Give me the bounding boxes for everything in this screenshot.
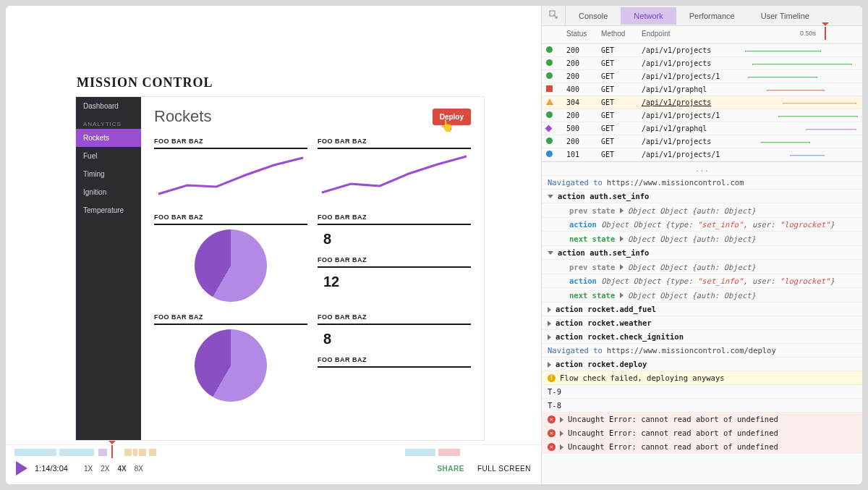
speed-1x[interactable]: 1X (84, 465, 93, 473)
endpoint: /api/v1/projects/1 (637, 149, 739, 160)
log-navigation: Navigated to https://www.missioncontrol.… (542, 176, 862, 190)
endpoint: /api/v1/graphql (637, 123, 739, 134)
play-button[interactable] (16, 461, 27, 476)
log-action[interactable]: action rocket.check_ignition (542, 330, 862, 344)
log-line: T-9 (542, 385, 862, 399)
network-row[interactable]: 400GET/api/v1/graphql (542, 83, 862, 96)
status-shape-icon (546, 151, 553, 157)
card-header: FOO BAR BAZ (154, 135, 307, 149)
sidebar-item-fuel[interactable]: Fuel (76, 147, 141, 165)
status-code: 200 (562, 136, 597, 147)
speed-2x[interactable]: 2X (101, 465, 109, 473)
tab-user-timeline[interactable]: User Timeline (748, 7, 822, 25)
card-header: FOO BAR BAZ (154, 311, 307, 325)
sidebar-item-rockets[interactable]: Rockets (76, 129, 141, 147)
pie-chart (195, 329, 267, 402)
log-error[interactable]: ✕Uncaught Error: cannot read abort of un… (542, 440, 862, 454)
card-header: FOO BAR BAZ (318, 311, 471, 325)
caret-right-icon[interactable] (548, 362, 551, 368)
network-rows: 200GET/api/v1/projects200GET/api/v1/proj… (542, 44, 862, 161)
caret-down-icon[interactable] (548, 195, 553, 198)
log-prev-state[interactable]: prev state Object Object {auth: Object} (542, 260, 862, 274)
network-row[interactable]: 200GET/api/v1/projects (542, 44, 862, 57)
caret-right-icon[interactable] (560, 431, 563, 436)
playback-time: 1:14/3:04 (35, 464, 68, 473)
timeline-marker-icon[interactable] (825, 27, 826, 40)
caret-right-icon[interactable] (560, 444, 563, 450)
sidebar-section-label: ANALYTICS (76, 115, 141, 129)
http-method: GET (597, 45, 637, 56)
log-line: T-8 (542, 399, 862, 413)
network-row[interactable]: 500GET/api/v1/graphql (542, 122, 862, 135)
sidebar-item-dashboard[interactable]: Dashboard (76, 97, 141, 115)
console-log: ... Navigated to https://www.missioncont… (542, 161, 862, 484)
timing-cell (739, 88, 862, 91)
http-method: GET (597, 58, 637, 69)
card-header: FOO BAR BAZ (318, 211, 471, 225)
status-code: 500 (562, 123, 597, 134)
tab-console[interactable]: Console (566, 7, 621, 25)
network-row[interactable]: 200GET/api/v1/projects/1 (542, 109, 862, 122)
network-row[interactable]: 200GET/api/v1/projects (542, 57, 862, 70)
network-row[interactable]: 200GET/api/v1/projects/1 (542, 70, 862, 83)
status-shape-icon (546, 59, 553, 66)
sidebar-item-timing[interactable]: Timing (76, 165, 141, 183)
caret-right-icon[interactable] (548, 334, 551, 340)
log-action[interactable]: action rocket.add_fuel (542, 303, 862, 316)
sidebar-item-ignition[interactable]: Ignition (76, 183, 141, 201)
sidebar-item-temperature[interactable]: Temperature (76, 201, 141, 219)
speed-8x[interactable]: 8X (135, 465, 143, 473)
log-action[interactable]: action rocket.deploy (542, 358, 862, 371)
caret-right-icon[interactable] (620, 264, 624, 270)
network-row[interactable]: 101GET/api/v1/projects/1 (542, 148, 862, 161)
log-error[interactable]: ✕Uncaught Error: cannot read abort of un… (542, 413, 862, 426)
log-ellipsis: ... (542, 162, 862, 176)
log-next-state[interactable]: next state Object Object {auth: Object} (542, 232, 862, 246)
log-next-state[interactable]: next state Object Object {auth: Object} (542, 288, 862, 303)
status-shape-icon (546, 111, 553, 118)
fullscreen-button[interactable]: FULL SCREEN (477, 465, 531, 473)
log-action[interactable]: action rocket.weather (542, 316, 862, 330)
playback-timeline[interactable] (14, 448, 532, 457)
cursor-icon: 👆 (440, 119, 454, 132)
deploy-button[interactable]: Deploy 👆 (433, 109, 471, 125)
caret-right-icon[interactable] (620, 236, 624, 242)
http-method: GET (597, 110, 637, 121)
inspect-icon[interactable] (542, 6, 566, 25)
devtools-tabs: Console Network Performance User Timelin… (542, 6, 862, 26)
caret-right-icon[interactable] (620, 292, 624, 298)
timing-cell (739, 75, 862, 78)
error-icon: ✕ (548, 443, 556, 451)
timing-bar (748, 77, 817, 78)
caret-right-icon[interactable] (560, 417, 563, 423)
speed-4x[interactable]: 4X (117, 465, 126, 473)
timing-cell (739, 101, 862, 104)
timing-cell (739, 114, 862, 117)
network-row[interactable]: 304GET/api/v1/projects (542, 96, 862, 109)
share-button[interactable]: SHARE (437, 465, 464, 473)
caret-right-icon[interactable] (548, 307, 551, 313)
log-prev-state[interactable]: prev state Object Object {auth: Object} (542, 203, 862, 218)
endpoint: /api/v1/projects (637, 58, 739, 69)
log-action[interactable]: action auth.set_info (542, 246, 862, 260)
timing-cell (739, 62, 862, 65)
playback-speed: 1X 2X 4X 8X (84, 464, 149, 473)
caret-right-icon[interactable] (620, 208, 624, 214)
http-method: GET (597, 84, 637, 95)
log-error[interactable]: ✕Uncaught Error: cannot read abort of un… (542, 426, 862, 440)
log-action-obj[interactable]: action Object Object {type: "set_info", … (542, 274, 862, 288)
timing-cell (739, 127, 862, 130)
card-header: FOO BAR BAZ (318, 135, 471, 149)
playhead-icon[interactable] (111, 445, 113, 458)
status-code: 101 (562, 149, 597, 160)
tab-performance[interactable]: Performance (676, 7, 748, 25)
log-action-obj[interactable]: action Object Object {type: "set_info", … (542, 218, 862, 232)
caret-right-icon[interactable] (548, 321, 551, 326)
error-icon: ✕ (548, 429, 556, 437)
log-action[interactable]: action auth.set_info (542, 190, 862, 203)
tab-network[interactable]: Network (621, 7, 676, 25)
timing-cell (739, 49, 862, 52)
endpoint: /api/v1/projects/1 (637, 110, 739, 121)
caret-down-icon[interactable] (548, 251, 553, 255)
network-row[interactable]: 200GET/api/v1/projects (542, 135, 862, 148)
